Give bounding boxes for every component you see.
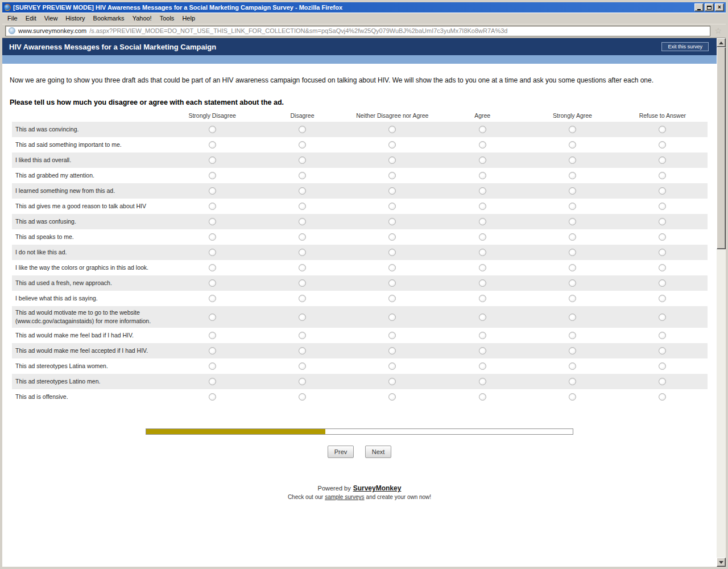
scrollbar-thumb[interactable] bbox=[717, 47, 726, 249]
menu-item-help[interactable]: Help bbox=[178, 14, 199, 23]
radio-button[interactable] bbox=[388, 156, 396, 164]
radio-button[interactable] bbox=[569, 279, 576, 287]
surveymonkey-link[interactable]: SurveyMonkey bbox=[353, 484, 402, 492]
radio-button[interactable] bbox=[659, 172, 666, 179]
radio-button[interactable] bbox=[569, 314, 576, 321]
radio-button[interactable] bbox=[479, 314, 486, 321]
radio-button[interactable] bbox=[479, 187, 486, 195]
radio-button[interactable] bbox=[299, 141, 306, 149]
radio-button[interactable] bbox=[209, 347, 216, 354]
radio-button[interactable] bbox=[479, 218, 486, 225]
radio-button[interactable] bbox=[659, 126, 666, 133]
radio-button[interactable] bbox=[209, 332, 216, 339]
minimize-button[interactable] bbox=[694, 3, 704, 11]
radio-button[interactable] bbox=[299, 347, 306, 354]
radio-button[interactable] bbox=[299, 332, 306, 339]
radio-button[interactable] bbox=[388, 233, 396, 241]
menu-item-yahoo[interactable]: Yahoo! bbox=[129, 14, 156, 23]
radio-button[interactable] bbox=[209, 264, 216, 271]
radio-button[interactable] bbox=[299, 249, 306, 256]
radio-button[interactable] bbox=[209, 141, 216, 149]
radio-button[interactable] bbox=[569, 362, 576, 370]
radio-button[interactable] bbox=[479, 332, 486, 339]
radio-button[interactable] bbox=[388, 314, 396, 321]
radio-button[interactable] bbox=[388, 279, 396, 287]
radio-button[interactable] bbox=[569, 378, 576, 385]
radio-button[interactable] bbox=[569, 249, 576, 256]
radio-button[interactable] bbox=[479, 378, 486, 385]
radio-button[interactable] bbox=[388, 378, 396, 385]
radio-button[interactable] bbox=[299, 203, 306, 210]
radio-button[interactable] bbox=[388, 362, 396, 370]
radio-button[interactable] bbox=[479, 249, 486, 256]
radio-button[interactable] bbox=[479, 295, 486, 302]
radio-button[interactable] bbox=[299, 126, 306, 133]
radio-button[interactable] bbox=[659, 378, 666, 385]
radio-button[interactable] bbox=[299, 378, 306, 385]
sample-surveys-link[interactable]: sample surveys bbox=[325, 494, 364, 500]
radio-button[interactable] bbox=[299, 279, 306, 287]
radio-button[interactable] bbox=[209, 203, 216, 210]
radio-button[interactable] bbox=[209, 295, 216, 302]
radio-button[interactable] bbox=[659, 187, 666, 195]
radio-button[interactable] bbox=[299, 314, 306, 321]
radio-button[interactable] bbox=[388, 264, 396, 271]
radio-button[interactable] bbox=[569, 156, 576, 164]
menu-item-file[interactable]: File bbox=[3, 14, 22, 23]
radio-button[interactable] bbox=[209, 187, 216, 195]
radio-button[interactable] bbox=[479, 347, 486, 354]
menu-item-tools[interactable]: Tools bbox=[156, 14, 179, 23]
radio-button[interactable] bbox=[209, 314, 216, 321]
radio-button[interactable] bbox=[659, 314, 666, 321]
radio-button[interactable] bbox=[388, 393, 396, 401]
radio-button[interactable] bbox=[659, 362, 666, 370]
radio-button[interactable] bbox=[388, 332, 396, 339]
radio-button[interactable] bbox=[388, 187, 396, 195]
radio-button[interactable] bbox=[569, 233, 576, 241]
exit-survey-button[interactable]: Exit this survey bbox=[661, 42, 709, 51]
radio-button[interactable] bbox=[569, 332, 576, 339]
radio-button[interactable] bbox=[479, 126, 486, 133]
scrollbar-track[interactable] bbox=[717, 47, 726, 558]
menu-item-edit[interactable]: Edit bbox=[22, 14, 40, 23]
radio-button[interactable] bbox=[659, 233, 666, 241]
radio-button[interactable] bbox=[659, 332, 666, 339]
radio-button[interactable] bbox=[569, 141, 576, 149]
radio-button[interactable] bbox=[209, 172, 216, 179]
radio-button[interactable] bbox=[299, 295, 306, 302]
radio-button[interactable] bbox=[479, 233, 486, 241]
radio-button[interactable] bbox=[659, 141, 666, 149]
radio-button[interactable] bbox=[209, 126, 216, 133]
radio-button[interactable] bbox=[209, 279, 216, 287]
radio-button[interactable] bbox=[299, 393, 306, 401]
radio-button[interactable] bbox=[569, 172, 576, 179]
radio-button[interactable] bbox=[388, 126, 396, 133]
radio-button[interactable] bbox=[569, 393, 576, 401]
close-button[interactable]: × bbox=[715, 3, 724, 11]
radio-button[interactable] bbox=[479, 279, 486, 287]
menu-item-bookmarks[interactable]: Bookmarks bbox=[89, 14, 129, 23]
radio-button[interactable] bbox=[209, 218, 216, 225]
menu-item-history[interactable]: History bbox=[61, 14, 89, 23]
radio-button[interactable] bbox=[388, 218, 396, 225]
radio-button[interactable] bbox=[659, 218, 666, 225]
radio-button[interactable] bbox=[299, 172, 306, 179]
radio-button[interactable] bbox=[209, 362, 216, 370]
radio-button[interactable] bbox=[659, 347, 666, 354]
radio-button[interactable] bbox=[479, 203, 486, 210]
radio-button[interactable] bbox=[388, 347, 396, 354]
url-field[interactable]: www.surveymonkey.com/s.aspx?PREVIEW_MODE… bbox=[5, 26, 710, 36]
radio-button[interactable] bbox=[299, 156, 306, 164]
radio-button[interactable] bbox=[299, 264, 306, 271]
scroll-down-button[interactable] bbox=[717, 558, 726, 567]
radio-button[interactable] bbox=[479, 172, 486, 179]
radio-button[interactable] bbox=[659, 279, 666, 287]
radio-button[interactable] bbox=[659, 249, 666, 256]
radio-button[interactable] bbox=[659, 393, 666, 401]
radio-button[interactable] bbox=[209, 156, 216, 164]
radio-button[interactable] bbox=[388, 172, 396, 179]
radio-button[interactable] bbox=[569, 187, 576, 195]
radio-button[interactable] bbox=[659, 203, 666, 210]
radio-button[interactable] bbox=[479, 393, 486, 401]
radio-button[interactable] bbox=[479, 264, 486, 271]
